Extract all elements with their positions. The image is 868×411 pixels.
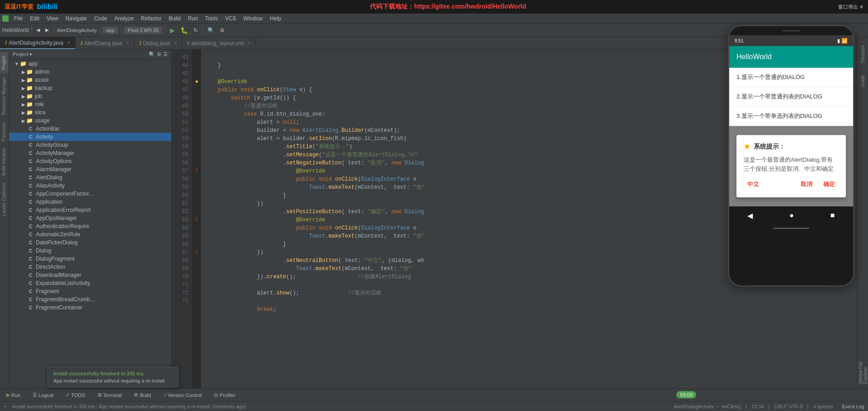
terminal-btn[interactable]: ⊞ Terminal [95,391,125,399]
project-header-search[interactable]: 🔍 [149,51,155,57]
menu-build[interactable]: Build [165,14,184,23]
logcat-btn[interactable]: ☰ Logcat [30,391,56,399]
tree-item-role[interactable]: ▶ 📁 role [9,100,171,108]
tree-item-alertdialog[interactable]: C AlertDialog [9,173,171,182]
tree-item-fragmentbread[interactable]: C FragmentBreadCrumb... [9,295,171,304]
right-panel-guide[interactable]: Guide [857,70,868,93]
tree-item-autozm[interactable]: C AutomaticZenRule [9,230,171,238]
event-log-btn[interactable]: Event Log [842,404,864,409]
tree-item-activity[interactable]: C Activity [9,133,171,141]
menu-refactor[interactable]: Refactor [137,14,165,23]
dialog-neutral-btn[interactable]: 中立 [744,178,763,190]
java-icon-alertdialog: C [29,175,32,180]
far-left-project[interactable]: Project [0,52,9,73]
phone-back-btn[interactable]: ◀ [747,211,753,220]
run-btn[interactable]: ▶ Run [4,391,23,399]
status-separator2: | [769,404,770,409]
phone-list-item-1[interactable]: 1.显示一个普通的DIALOG [729,68,853,87]
far-left-favorites[interactable]: Favorites [0,119,9,145]
tree-item-directaction[interactable]: C DirectAction [9,263,171,271]
run-button[interactable]: ▶ [168,26,177,35]
tree-item-fragment[interactable]: C Fragment [9,287,171,295]
phone-list-item-2[interactable]: 2.显示一个带普通列表的DIALOG [729,87,853,107]
menu-run[interactable]: Run [184,14,202,23]
dialog-title: ★ 系统提示： [744,142,839,151]
menu-window[interactable]: Window [240,14,266,23]
tree-label-backup: backup [35,85,52,91]
phone-home-btn[interactable]: ● [789,211,794,220]
tree-item-apperror[interactable]: C ApplicationErrorReport [9,206,171,214]
tab-alertdialogactivity[interactable]: J AlertDialogActivity.java ✕ [0,37,75,49]
right-panel-structure[interactable]: Structure [857,38,868,70]
phone-list-item-3[interactable]: 3.显示一个带单选列表的DIALOG [729,107,853,126]
menu-file[interactable]: File [10,14,26,23]
status-encoding: CRLF UTF-8 [774,404,803,409]
settings-btn[interactable]: ⚙ [218,26,226,34]
tree-item-downloadmanager[interactable]: C DownloadManager [9,271,171,279]
tree-item-activitygroup[interactable]: C ActivityGroup [9,141,171,149]
tree-item-application[interactable]: C Application [9,198,171,206]
separator5 [165,26,165,35]
toolbar-forward-btn[interactable]: ▶ [43,26,51,34]
menu-edit[interactable]: Edit [26,14,43,23]
profiler-btn[interactable]: ◎ Profiler [211,391,238,399]
phone-recents-btn[interactable]: ■ [830,211,835,220]
sync-button[interactable]: ↻ [192,26,200,34]
project-header-settings[interactable]: ☰ [163,51,168,57]
menu-analyze[interactable]: Analyze [111,14,137,23]
tree-item-slice[interactable]: ▶ 📁 slice [9,108,171,117]
tab-close4[interactable]: ✕ [247,41,251,46]
far-left-resource[interactable]: Resource Manager [0,73,9,119]
tree-item-alarmmanager[interactable]: C AlarmManager [9,165,171,173]
debug-button[interactable]: 🐛 [179,26,190,35]
tab-label2: AlertDialog.java [84,40,122,47]
tab-close3[interactable]: ✕ [174,41,177,46]
build-btn[interactable]: ⚙ Build [131,391,153,399]
menu-vcs[interactable]: VCS [222,14,240,23]
tab-layout-xml[interactable]: X alertdialog_layout.xml ✕ [182,37,256,49]
tree-item-app[interactable]: ▼ 📁 app [9,60,171,68]
run-label: Run [11,392,20,398]
far-left-layout[interactable]: Layout Captures [0,179,9,220]
tab-close-alertdialogactivity[interactable]: ✕ [67,40,71,45]
tree-item-activitymanager[interactable]: C ActivityManager [9,149,171,157]
tree-item-appcomponent[interactable]: C AppComponentFactor... [9,190,171,198]
todo-btn[interactable]: ✓ TODO [63,391,88,399]
tree-item-expandable[interactable]: C ExpandableListActivity [9,279,171,287]
tree-item-backup[interactable]: ▶ 📁 backup [9,84,171,92]
project-header-gear[interactable]: ⚙ [157,51,161,57]
right-panel-device[interactable]: Device File Explorer [857,342,868,388]
version-control-btn[interactable]: ⑂ Version Control [160,392,204,399]
tab-close2[interactable]: ✕ [126,41,129,46]
dialog-cancel-btn[interactable]: 取消 [797,178,816,190]
tree-item-actionbar[interactable]: C ActionBar [9,125,171,133]
search-btn[interactable]: 🔍 [206,26,216,34]
tree-item-auth[interactable]: C AuthenticationRequire [9,222,171,230]
menu-view[interactable]: View [43,14,62,23]
tree-item-admin[interactable]: ▶ 📁 admin [9,68,171,76]
watermark-close[interactable]: 窗口弹出 ✕ [838,4,863,10]
tree-item-aliasactivity[interactable]: C AliasActivity [9,182,171,190]
tree-item-dialog[interactable]: C Dialog [9,247,171,255]
tree-item-datepicker[interactable]: C DatePickerDialog [9,238,171,247]
tab-alertdialog[interactable]: J AlertDialog.java ✕ [75,37,134,49]
folder-icon-admin: 📁 [26,69,33,75]
tree-label-admin: admin [35,69,50,75]
far-left-build-variants[interactable]: Build Variants [0,145,9,179]
menu-code[interactable]: Code [90,14,111,23]
java-icon-fragmentbread: C [29,297,32,302]
tree-label-assist: assist [35,77,49,83]
tree-item-dialogfragment[interactable]: C DialogFragment [9,255,171,263]
menu-navigate[interactable]: Navigate [62,14,90,23]
tree-item-assist[interactable]: ▶ 📁 assist [9,76,171,84]
menu-tools[interactable]: Tools [202,14,222,23]
tree-item-activityoptions[interactable]: C ActivityOptions [9,157,171,165]
tree-item-fragmentcontainer[interactable]: C FragmentContainer [9,304,171,312]
dialog-confirm-btn[interactable]: 确定 [820,178,839,190]
tree-item-job[interactable]: ▶ 📁 job [9,92,171,100]
toolbar-back-btn[interactable]: ◀ [34,26,42,34]
tree-item-appops[interactable]: C AppOpsManager [9,214,171,222]
tab-dialog[interactable]: J Dialog.java ✕ [134,37,182,49]
tree-item-usage[interactable]: ▶ 📁 usage [9,117,171,125]
menu-help[interactable]: Help [266,14,285,23]
